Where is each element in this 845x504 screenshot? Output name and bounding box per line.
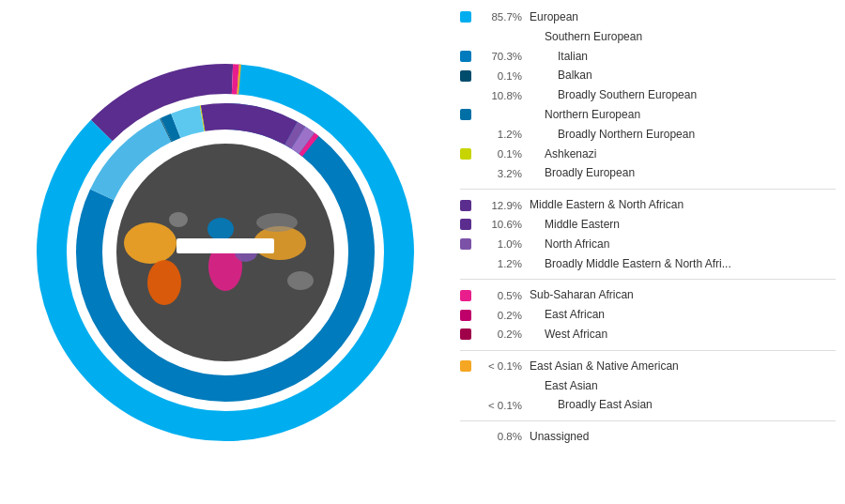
- label-broadly-mena: Broadly Middle Eastern & North Afri...: [530, 256, 731, 272]
- map-australia: [287, 271, 314, 290]
- swatch-italian: [460, 51, 471, 62]
- pct-middle-eastern: 10.6%: [477, 217, 522, 232]
- legend-row-northern-european-header: Northern European: [460, 105, 836, 125]
- label-ashkenazi: Ashkenazi: [530, 146, 596, 162]
- legend-row-balkan: 0.1% Balkan: [460, 66, 836, 85]
- pct-broadly-mena: 1.2%: [477, 256, 522, 271]
- map-north-america: [124, 222, 177, 264]
- swatch-subsaharan: [460, 290, 471, 301]
- donut-wrapper: [28, 55, 422, 450]
- swatch-unassigned: [460, 432, 471, 443]
- legend-row-broadly-european: 3.2% Broadly European: [460, 163, 836, 183]
- progress-bar: [177, 238, 274, 253]
- swatch-middle-eastern: [460, 219, 471, 230]
- pct-european: 85.7%: [477, 9, 522, 24]
- map-russia: [256, 213, 298, 232]
- legend-row-east-asian-header: East Asian: [460, 376, 836, 396]
- swatch-broadly-southern: [460, 90, 471, 101]
- legend-row-italian: 70.3% Italian: [460, 47, 836, 67]
- pct-broadly-northern: 1.2%: [477, 127, 522, 142]
- legend-row-broadly-mena: 1.2% Broadly Middle Eastern & North Afri…: [460, 254, 836, 274]
- swatch-balkan: [460, 70, 471, 82]
- pct-mena: 12.9%: [477, 198, 522, 213]
- pct-east-asian-native: < 0.1%: [477, 359, 522, 374]
- legend-row-east-asian-native: < 0.1% East Asian & Native American: [460, 357, 836, 376]
- swatch-european: [460, 11, 471, 23]
- swatch-east-african: [460, 310, 471, 321]
- swatch-broadly-european: [460, 168, 471, 179]
- label-broadly-european: Broadly European: [530, 165, 635, 181]
- pct-broadly-east-asian: < 0.1%: [477, 398, 522, 413]
- legend-row-middle-eastern: 10.6% Middle Eastern: [460, 215, 836, 235]
- divider-4: [460, 420, 836, 421]
- label-european: European: [530, 9, 578, 25]
- legend-row-east-african: 0.2% East African: [460, 305, 836, 325]
- label-balkan: Balkan: [530, 68, 592, 84]
- label-northern-european: Northern European: [530, 107, 640, 123]
- label-broadly-northern: Broadly Northern European: [530, 127, 695, 143]
- pct-broadly-southern: 10.8%: [477, 88, 522, 103]
- legend-row-broadly-east-asian: < 0.1% Broadly East Asian: [460, 395, 836, 415]
- label-east-asian: East Asian: [530, 378, 598, 394]
- label-north-african: North African: [530, 237, 609, 252]
- pct-unassigned: 0.8%: [477, 429, 522, 444]
- swatch-east-asian: [460, 380, 471, 391]
- map-europe: [207, 218, 234, 240]
- label-broadly-east-asian: Broadly East Asian: [530, 397, 653, 413]
- swatch-spacer: [460, 31, 471, 42]
- main-container: 85.7% European Southern European 70.3% I…: [0, 0, 845, 504]
- swatch-ashkenazi: [460, 148, 471, 160]
- legend-area: 85.7% European Southern European 70.3% I…: [451, 0, 845, 504]
- pct-italian: 70.3%: [477, 49, 522, 64]
- swatch-broadly-mena: [460, 258, 471, 269]
- pct-ashkenazi: 0.1%: [477, 146, 522, 161]
- map-south-america: [147, 260, 181, 305]
- legend-row-north-african: 1.0% North African: [460, 235, 836, 254]
- label-broadly-southern: Broadly Southern European: [530, 87, 697, 103]
- swatch-northern-european: [460, 109, 471, 120]
- label-middle-eastern: Middle Eastern: [530, 217, 620, 233]
- legend-row-european: 85.7% European: [460, 8, 836, 27]
- legend-row-southern-european-header: Southern European: [460, 27, 836, 47]
- legend-row-west-african: 0.2% West African: [460, 325, 836, 344]
- label-east-asian-native: East Asian & Native American: [530, 359, 679, 374]
- divider-1: [460, 189, 836, 190]
- label-mena: Middle Eastern & North African: [530, 197, 684, 213]
- swatch-mena: [460, 200, 471, 211]
- pct-west-african: 0.2%: [477, 327, 522, 342]
- label-southern-european: Southern European: [530, 29, 642, 45]
- divider-2: [460, 279, 836, 280]
- donut-chart: [28, 55, 422, 450]
- label-west-african: West African: [530, 327, 607, 343]
- map-greenland: [169, 212, 188, 227]
- swatch-north-african: [460, 238, 471, 250]
- pct-subsaharan: 0.5%: [477, 288, 522, 303]
- pct-north-african: 1.0%: [477, 237, 522, 252]
- label-subsaharan: Sub-Saharan African: [530, 287, 634, 303]
- divider-3: [460, 350, 836, 351]
- label-unassigned: Unassigned: [530, 429, 589, 445]
- legend-row-unassigned: 0.8% Unassigned: [460, 427, 836, 447]
- legend-row-broadly-northern: 1.2% Broadly Northern European: [460, 125, 836, 145]
- label-east-african: East African: [530, 307, 605, 323]
- legend-row-ashkenazi: 0.1% Ashkenazi: [460, 145, 836, 164]
- swatch-broadly-northern: [460, 129, 471, 140]
- legend-row-broadly-southern: 10.8% Broadly Southern European: [460, 85, 836, 105]
- legend-row-mena: 12.9% Middle Eastern & North African: [460, 195, 836, 215]
- chart-area: [0, 0, 451, 504]
- legend-row-subsaharan: 0.5% Sub-Saharan African: [460, 285, 836, 305]
- pct-balkan: 0.1%: [477, 69, 522, 84]
- label-italian: Italian: [530, 49, 588, 65]
- swatch-east-asian-native: [460, 360, 471, 372]
- pct-east-african: 0.2%: [477, 308, 522, 323]
- swatch-west-african: [460, 328, 471, 340]
- swatch-broadly-east-asian: [460, 400, 471, 411]
- pct-broadly-european: 3.2%: [477, 166, 522, 181]
